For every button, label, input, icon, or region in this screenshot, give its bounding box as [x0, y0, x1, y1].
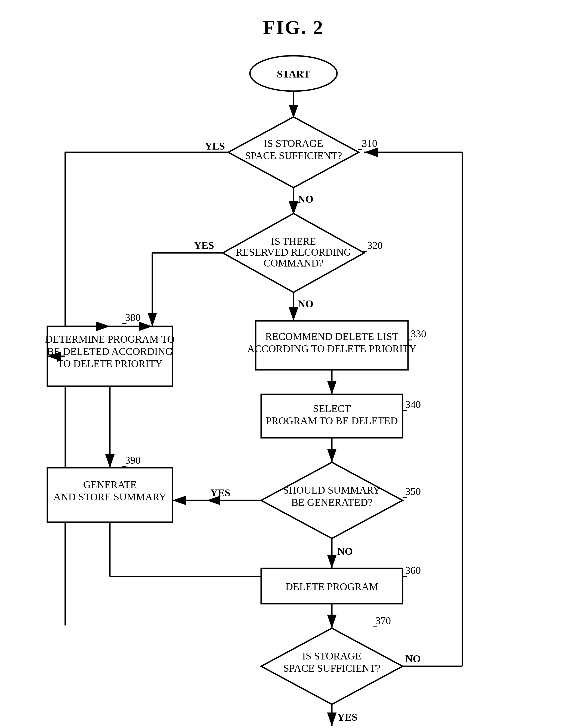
label-320-no: NO [298, 298, 313, 310]
node-350-text: SHOULD SUMMARY [283, 484, 380, 496]
node-320-ref: 320 [367, 240, 383, 251]
node-380-text2: BE DELETED ACCORDING [47, 346, 173, 357]
label-310-no: NO [298, 193, 313, 205]
diagram-container: START IS STORAGE SPACE SUFFICIENT? 310 Y… [0, 38, 587, 728]
node-310-ref: 310 [362, 138, 377, 149]
node-340-text: SELECT [313, 403, 351, 414]
node-310-text2: SPACE SUFFICIENT? [245, 150, 342, 161]
node-350-text2: BE GENERATED? [291, 496, 373, 508]
node-360-text: DELETE PROGRAM [286, 581, 378, 592]
node-320-text: IS THERE [271, 236, 316, 247]
node-330-text: RECOMMEND DELETE LIST [265, 331, 399, 342]
label-320-yes: YES [194, 240, 214, 251]
node-360-ref: 360 [405, 564, 421, 576]
node-330-text2: ACCORDING TO DELETE PRIORITY [247, 343, 417, 354]
node-340-text2: PROGRAM TO BE DELETED [266, 415, 398, 427]
node-390-ref: 390 [125, 455, 141, 466]
node-380-ref: 380 [125, 312, 141, 323]
label-310-yes: YES [205, 140, 225, 152]
node-380-text3: TO DELETE PRIORITY [57, 358, 163, 369]
page-title: FIG. 2 [0, 0, 587, 39]
node-370-text: IS STORAGE [302, 650, 361, 662]
label-350-yes: YES [210, 487, 230, 499]
node-390-text: GENERATE [83, 479, 137, 490]
node-310-text: IS STORAGE [264, 138, 323, 149]
node-370-ref: 370 [375, 615, 391, 626]
start-label: START [277, 68, 310, 80]
node-320-text3: COMMAND? [264, 257, 323, 269]
label-370-no: NO [405, 653, 421, 664]
node-330-ref: 330 [411, 328, 426, 339]
node-390-text2: AND STORE SUMMARY [53, 491, 166, 503]
node-320-text2: RESERVED RECORDING [236, 246, 351, 258]
label-370-yes: YES [337, 711, 357, 723]
node-350-ref: 350 [405, 486, 421, 497]
node-380-text: DETERMINE PROGRAM TO [45, 333, 174, 345]
node-340-ref: 340 [405, 399, 421, 410]
label-350-no: NO [337, 545, 353, 557]
node-370-text2: SPACE SUFFICIENT? [283, 662, 380, 674]
